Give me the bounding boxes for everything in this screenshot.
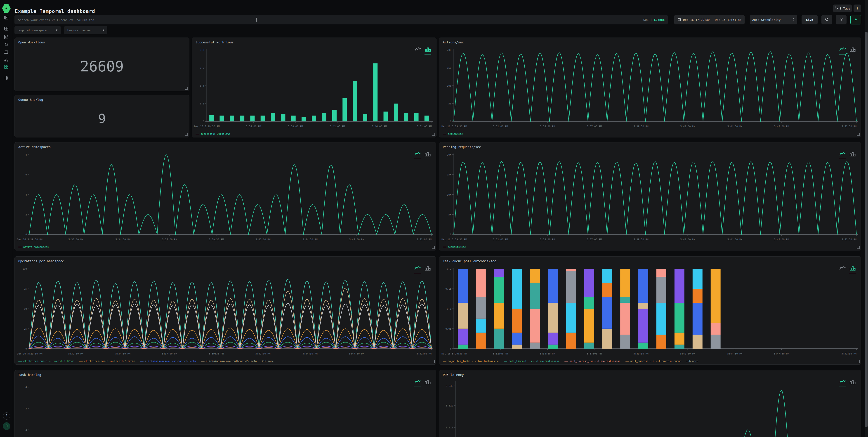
legend-item[interactable]: clickpipes-aws-p..outheast-2.l2c4n [79, 360, 135, 363]
sql-mode-label[interactable]: SQL [643, 18, 649, 22]
svg-text:5:39:30 PM: 5:39:30 PM [633, 352, 649, 355]
svg-text:5:34:30 PM: 5:34:30 PM [540, 238, 555, 241]
panel-task-backlog: Task backlog 234 [14, 370, 436, 437]
alerts-bell-icon[interactable] [4, 42, 8, 46]
filter-edit-icon [839, 18, 843, 22]
filter-edit-button[interactable] [836, 15, 846, 24]
legend-item[interactable]: active namespaces [18, 246, 49, 248]
resize-handle[interactable] [432, 133, 435, 136]
svg-text:0.4: 0.4 [199, 84, 204, 87]
svg-text:5:32:00 PM: 5:32:00 PM [68, 238, 84, 241]
svg-text:0.2: 0.2 [199, 102, 204, 105]
svg-text:50: 50 [448, 102, 452, 105]
svg-text:5:37:00 PM: 5:37:00 PM [162, 352, 177, 355]
svg-text:0: 0 [25, 347, 27, 350]
svg-text:5:32:00 PM: 5:32:00 PM [493, 238, 508, 241]
legend-more-link[interactable]: +56 more [686, 360, 698, 363]
resize-handle[interactable] [857, 133, 860, 136]
svg-text:5:34:00 PM: 5:34:00 PM [246, 125, 261, 128]
date-range-picker[interactable]: Dec 16 17:29:30 - Dec 16 17:51:30 [674, 15, 745, 24]
legend-item[interactable]: action/sec [443, 132, 463, 135]
dashboards-icon[interactable] [4, 65, 8, 69]
select-arrows-icon [792, 18, 795, 22]
user-avatar[interactable]: D [3, 422, 10, 430]
metrics-icon[interactable] [4, 35, 8, 39]
legend-item[interactable]: successful workflows [195, 132, 230, 135]
svg-text:5:37:00 PM: 5:37:00 PM [587, 352, 602, 355]
resize-handle[interactable] [185, 87, 188, 90]
legend-color-dash [625, 361, 629, 362]
svg-text:Dec 16 5:29:30 PM: Dec 16 5:29:30 PM [441, 125, 467, 128]
legend-color-dash [443, 134, 446, 134]
legend-item[interactable]: poll_timeout · c..-flow-task-queue [504, 360, 559, 363]
scrollbar-thumb[interactable] [865, 32, 868, 427]
resize-handle[interactable] [857, 246, 860, 249]
refresh-button[interactable] [822, 15, 832, 24]
svg-text:5:34:30 PM: 5:34:30 PM [540, 352, 555, 355]
legend-more-link[interactable]: +12 more [262, 360, 274, 363]
resize-handle[interactable] [432, 246, 435, 249]
kebab-menu-icon[interactable]: ⋮ [854, 4, 861, 12]
legend-item[interactable]: clickpipes-aws-p..-us-east-2.l2c4n [18, 360, 74, 363]
resize-handle[interactable] [432, 360, 435, 363]
svg-text:150: 150 [447, 66, 452, 69]
console-icon[interactable] [4, 50, 8, 54]
svg-text:4: 4 [25, 193, 27, 196]
resize-handle[interactable] [185, 133, 188, 136]
panel-pending-requests: Pending requests/sec 05K10K15K20KDec 16 … [439, 142, 861, 250]
query-mode-toggle[interactable]: SQL | Lucene [643, 15, 664, 24]
graph-nodes-icon[interactable] [4, 57, 8, 62]
panel-title: Task backlog [18, 373, 41, 377]
svg-text:0: 0 [450, 120, 452, 123]
svg-text:0.05: 0.05 [445, 327, 452, 330]
panel-title: Successful workflows [195, 40, 234, 44]
resize-handle[interactable] [857, 360, 860, 363]
legend-item[interactable]: clickpipes-aws-p..outheast-2.l2c4n [201, 360, 257, 363]
svg-text:0.8: 0.8 [199, 49, 204, 52]
svg-text:10K: 10K [447, 193, 452, 196]
legend-item[interactable]: no_poller_tasks ..-flow-task-queue [443, 360, 499, 363]
sidebar-toggle-icon[interactable] [4, 15, 8, 20]
legend-color-dash [140, 361, 144, 362]
granularity-select[interactable]: Auto Granularity [750, 15, 797, 24]
svg-text:5:32:00 PM: 5:32:00 PM [493, 352, 508, 355]
svg-text:0: 0 [203, 120, 204, 123]
settings-gear-icon[interactable] [4, 76, 8, 80]
legend-color-dash [443, 361, 446, 362]
svg-text:5:44:30 PM: 5:44:30 PM [727, 125, 743, 128]
tags-button[interactable]: 0 Tags [833, 4, 852, 12]
svg-text:0: 0 [25, 233, 27, 236]
run-query-button[interactable] [850, 15, 861, 24]
panel-title: P95 latency [443, 373, 464, 377]
app-logo-icon[interactable]: ⚡ [2, 4, 11, 13]
legend-item[interactable]: poll_success_syn..-flow-task-queue [564, 360, 620, 363]
select-arrows-icon [55, 28, 58, 32]
svg-text:5:51:30 PM: 5:51:30 PM [842, 238, 857, 241]
chart-legend: no_poller_tasks ..-flow-task-queuepoll_t… [443, 360, 859, 363]
svg-text:5:44:30 PM: 5:44:30 PM [303, 238, 318, 241]
search-input[interactable] [18, 15, 606, 25]
scrollbar-track[interactable] [865, 0, 868, 437]
svg-text:5:39:30 PM: 5:39:30 PM [633, 238, 649, 241]
temporal-region-filter[interactable]: Temporal region [64, 26, 107, 34]
tables-icon[interactable] [4, 27, 8, 31]
chart-legend: active namespaces [18, 246, 434, 248]
svg-text:Dec 16 5:29:30 PM: Dec 16 5:29:30 PM [194, 125, 220, 128]
legend-item[interactable]: poll_success · c..-flow-task-queue [625, 360, 681, 363]
legend-item[interactable]: requests/sec [443, 246, 466, 248]
help-button[interactable]: ? [3, 412, 10, 419]
svg-text:Dec 16 5:29:30 PM: Dec 16 5:29:30 PM [17, 352, 42, 355]
svg-text:25: 25 [24, 327, 27, 330]
temporal-namespace-filter[interactable]: Temporal namespace [14, 26, 61, 34]
panel-title: Active Namespaces [18, 145, 51, 149]
svg-text:2: 2 [25, 213, 27, 216]
pending-requests-chart: 05K10K15K20KDec 16 5:29:30 PM5:32:00 PM5… [441, 152, 858, 244]
select-arrows-icon [102, 28, 105, 32]
live-button[interactable]: Live [802, 15, 817, 24]
legend-label: poll_success · c..-flow-task-queue [630, 360, 681, 363]
lucene-mode-label[interactable]: Lucene [654, 18, 664, 22]
svg-text:0.1: 0.1 [447, 308, 452, 310]
legend-label: action/sec [448, 132, 463, 135]
svg-text:5:51:00 PM: 5:51:00 PM [417, 125, 432, 128]
legend-item[interactable]: clickpipes-aws-p..-us-east-1.l2c4n [140, 360, 196, 363]
